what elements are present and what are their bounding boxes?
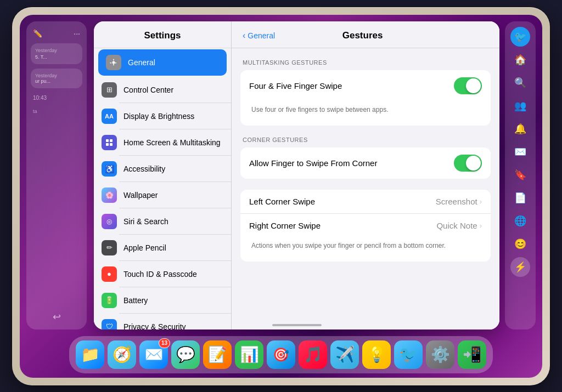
right-corner-label: Right Corner Swipe xyxy=(249,221,321,230)
dock-tips[interactable]: 💡 xyxy=(362,340,391,369)
corner-section-header: CORNER GESTURES xyxy=(240,137,491,143)
dock-telegram[interactable]: ✈️ xyxy=(330,340,359,369)
corner-caption-container: Actions when you swipe your finger or pe… xyxy=(240,237,491,262)
right-corner-value: Quick Note xyxy=(436,221,477,230)
right-corner-chevron: › xyxy=(480,221,482,230)
settings-window: Settings General ⊞ xyxy=(94,21,499,329)
four-five-toggle-knob xyxy=(466,78,481,93)
right-twitter-icon[interactable]: 🐦 xyxy=(510,27,530,47)
ipad-screen: ✏️ ··· Yesterday 5. T... Yesterday ur pu… xyxy=(20,15,542,378)
dock-keynote[interactable]: 🎯 xyxy=(267,340,295,369)
more-icon[interactable]: ··· xyxy=(74,29,80,38)
dock-music[interactable]: 🎵 xyxy=(299,340,327,369)
left-reply-icon[interactable]: ↩ xyxy=(31,311,82,323)
left-corner-label: Left Corner Swipe xyxy=(249,197,315,206)
control-center-label: Control Center xyxy=(123,86,173,94)
siri-label: Siri & Search xyxy=(123,217,168,226)
left-corner-value: Screenshot xyxy=(436,197,477,206)
left-item-2: Yesterday ur pu... xyxy=(31,69,82,88)
dock-mail[interactable]: ✉️ 13 xyxy=(139,340,168,369)
sidebar-item-wallpaper[interactable]: 🌸 Wallpaper xyxy=(94,182,231,208)
battery-label: Battery xyxy=(123,296,148,305)
right-notification-icon[interactable]: 🔔 xyxy=(510,119,530,139)
accessibility-icon: ♿ xyxy=(102,161,117,177)
privacy-label: Privacy & Security xyxy=(123,322,186,329)
touch-id-label: Touch ID & Passcode xyxy=(123,270,197,279)
left-item-2-text: ur pu... xyxy=(35,78,78,84)
sidebar-item-accessibility[interactable]: ♿ Accessibility xyxy=(94,156,231,182)
sidebar-item-control-center[interactable]: ⊞ Control Center xyxy=(94,77,231,103)
dock-pages[interactable]: 📝 xyxy=(203,340,232,369)
four-five-caption: Use four or five fingers to swipe betwee… xyxy=(249,104,482,120)
dock: 📁 🧭 ✉️ 13 💬 📝 📊 🎯 🎵 ✈️ 💡 🐦 ⚙️ 📲 xyxy=(69,336,493,373)
four-five-label: Four & Five Finger Swipe xyxy=(249,81,342,90)
left-item-2-date: Yesterday xyxy=(35,73,78,78)
control-center-icon: ⊞ xyxy=(102,82,117,98)
home-screen-icon xyxy=(102,135,117,150)
wallpaper-icon: 🌸 xyxy=(102,188,117,203)
compose-icon[interactable]: ✏️ xyxy=(33,29,42,38)
four-five-row: Four & Five Finger Swipe xyxy=(240,70,491,101)
left-time: 10:43 xyxy=(31,93,82,103)
general-icon xyxy=(106,55,121,70)
sidebar-item-siri[interactable]: ◎ Siri & Search xyxy=(94,208,231,235)
multitasking-section-header: MULTITASKING GESTURES xyxy=(240,59,491,66)
left-item-date: Yesterday xyxy=(35,48,78,53)
back-label: General xyxy=(248,31,275,40)
right-document-icon[interactable]: 📄 xyxy=(510,188,530,208)
sidebar-item-home-screen[interactable]: Home Screen & Multitasking xyxy=(94,129,231,156)
sidebar-item-battery[interactable]: 🔋 Battery xyxy=(94,287,231,314)
sidebar-item-apple-pencil[interactable]: ✏ Apple Pencil xyxy=(94,235,231,261)
dock-twitter[interactable]: 🐦 xyxy=(394,340,423,369)
home-screen-label: Home Screen & Multitasking xyxy=(123,138,221,147)
back-button[interactable]: ‹ General xyxy=(243,31,275,41)
privacy-icon: 🛡 xyxy=(102,319,117,329)
right-emoji-icon[interactable]: 😊 xyxy=(510,234,530,254)
right-corner-row[interactable]: Right Corner Swipe Quick Note › xyxy=(240,213,491,237)
content-body: MULTITASKING GESTURES Four & Five Finger… xyxy=(232,48,499,329)
right-search-icon[interactable]: 🔍 xyxy=(510,73,530,93)
sidebar-item-privacy[interactable]: 🛡 Privacy & Security xyxy=(94,314,231,329)
right-globe-icon[interactable]: 🌐 xyxy=(510,211,530,231)
ipad-frame: ✏️ ··· Yesterday 5. T... Yesterday ur pu… xyxy=(12,7,550,385)
settings-sidebar-title: Settings xyxy=(94,21,231,48)
right-home-icon[interactable]: 🏠 xyxy=(510,50,530,70)
left-corner-row[interactable]: Left Corner Swipe Screenshot › xyxy=(240,190,491,213)
dock-messages[interactable]: 💬 xyxy=(171,340,200,369)
sidebar-item-touch-id[interactable]: ● Touch ID & Passcode xyxy=(94,261,231,287)
four-five-toggle[interactable] xyxy=(454,77,482,94)
four-five-label-container: Four & Five Finger Swipe xyxy=(249,81,342,90)
right-mail-icon[interactable]: ✉️ xyxy=(510,142,530,162)
siri-icon: ◎ xyxy=(102,214,117,229)
allow-corner-toggle[interactable] xyxy=(454,155,482,172)
wallpaper-label: Wallpaper xyxy=(123,191,158,200)
display-icon: AA xyxy=(102,109,117,124)
right-people-icon[interactable]: 👥 xyxy=(510,96,530,116)
sidebar-item-display[interactable]: AA Display & Brightness xyxy=(94,103,231,129)
apple-pencil-label: Apple Pencil xyxy=(123,243,166,252)
svg-rect-1 xyxy=(106,139,109,142)
dock-numbers[interactable]: 📊 xyxy=(235,340,263,369)
scroll-indicator xyxy=(272,324,322,326)
corner-caption: Actions when you swipe your finger or pe… xyxy=(249,240,482,256)
settings-sidebar: Settings General ⊞ xyxy=(94,21,231,329)
allow-corner-row: Allow Finger to Swipe From Corner xyxy=(240,147,491,179)
dock-settings[interactable]: ⚙️ xyxy=(426,340,454,369)
right-compose-icon[interactable]: ⚡ xyxy=(510,257,530,277)
general-label: General xyxy=(128,58,155,67)
right-bookmark-icon[interactable]: 🔖 xyxy=(510,165,530,185)
dock-files[interactable]: 📁 xyxy=(76,340,104,369)
back-chevron-icon: ‹ xyxy=(243,31,245,41)
dock-safari[interactable]: 🧭 xyxy=(108,340,136,369)
multitasking-card: Four & Five Finger Swipe Use four or fiv… xyxy=(240,70,491,126)
allow-corner-label-container: Allow Finger to Swipe From Corner xyxy=(249,158,377,168)
battery-icon: 🔋 xyxy=(102,293,117,308)
mail-badge: 13 xyxy=(159,338,170,348)
svg-rect-2 xyxy=(110,139,113,142)
sidebar-item-general[interactable]: General xyxy=(98,49,227,76)
settings-content: ‹ General Gestures MULTITASKING GESTURES… xyxy=(231,21,499,329)
svg-rect-3 xyxy=(106,143,109,146)
settings-list: General ⊞ Control Center AA Display & Br… xyxy=(94,48,231,329)
apple-pencil-icon: ✏ xyxy=(102,240,117,255)
dock-facetime[interactable]: 📲 xyxy=(458,340,486,369)
